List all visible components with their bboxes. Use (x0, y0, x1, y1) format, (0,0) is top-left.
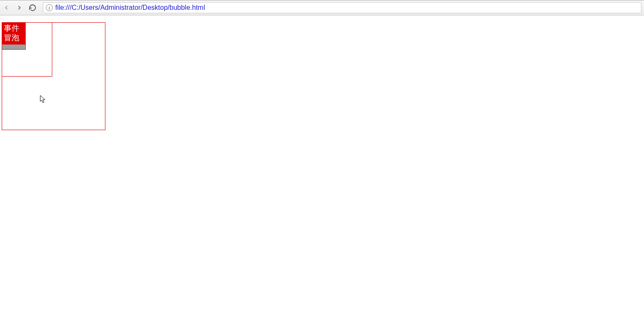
inner-box-strip (2, 45, 25, 49)
middle-box[interactable]: 事件冒泡 (2, 22, 52, 77)
forward-button[interactable] (15, 4, 23, 12)
outer-box[interactable]: 事件冒泡 (2, 22, 105, 130)
inner-box-label: 事件冒泡 (2, 23, 25, 45)
browser-toolbar: i (0, 0, 644, 15)
info-icon[interactable]: i (46, 4, 53, 11)
page-content: 事件冒泡 (0, 15, 644, 137)
reload-button[interactable] (28, 3, 37, 12)
address-bar[interactable]: i (43, 2, 641, 13)
info-icon-glyph: i (48, 5, 50, 10)
url-input[interactable] (55, 4, 638, 12)
nav-buttons (3, 3, 37, 12)
inner-box[interactable]: 事件冒泡 (2, 22, 26, 50)
back-button (3, 4, 10, 12)
